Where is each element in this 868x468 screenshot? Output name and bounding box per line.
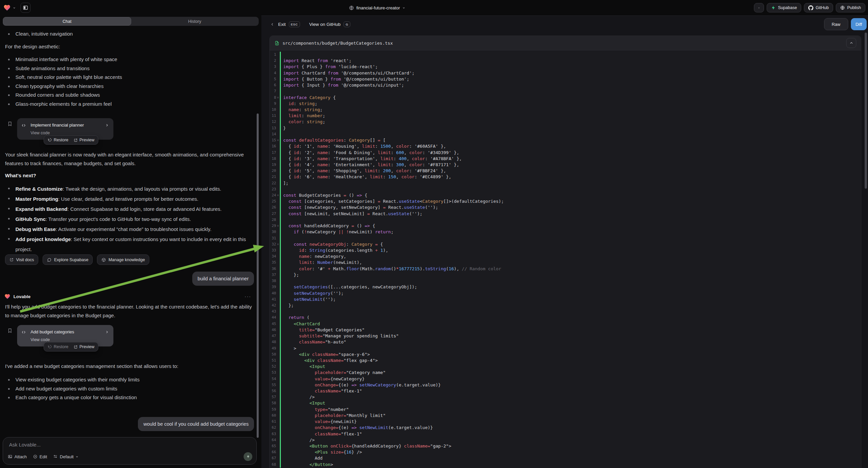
fold-chevron-icon[interactable] [276,125,280,131]
fold-chevron-icon[interactable] [276,168,280,174]
view-code-link[interactable]: View code [31,130,50,135]
fold-chevron-icon[interactable] [276,351,280,357]
visit-docs-button[interactable]: Visit docs [5,255,38,265]
bookmark-icon[interactable] [7,121,12,127]
view-on-github-button[interactable]: View on GitHub G [309,22,350,27]
fold-chevron-icon[interactable] [276,198,280,204]
fold-chevron-icon[interactable] [276,204,280,210]
fold-chevron-icon[interactable] [276,266,280,272]
explore-supabase-button[interactable]: Explore Supabase [42,255,93,265]
fold-chevron-icon[interactable] [276,407,280,413]
edit-button[interactable]: Edit [33,454,47,459]
fold-chevron-icon[interactable] [276,278,280,284]
fold-chevron-icon[interactable] [276,321,280,327]
fold-chevron-icon[interactable]: ∨ [276,95,280,101]
fold-chevron-icon[interactable] [276,76,280,82]
file-header[interactable]: src/components/budget/BudgetCategories.t… [270,36,861,50]
settings-button[interactable] [754,3,764,12]
fold-chevron-icon[interactable] [276,235,280,241]
fold-chevron-icon[interactable] [276,431,280,437]
fold-chevron-icon[interactable] [276,363,280,370]
collapse-file-button[interactable] [846,38,856,48]
fold-chevron-icon[interactable] [276,400,280,406]
fold-chevron-icon[interactable] [276,58,280,64]
fold-chevron-icon[interactable] [276,119,280,125]
github-button[interactable]: GitHub [804,3,833,12]
code-scrollbar[interactable] [865,33,867,189]
preview-button[interactable]: Preview [73,138,94,142]
fold-chevron-icon[interactable] [276,247,280,254]
fold-chevron-icon[interactable] [276,70,280,76]
fold-chevron-icon[interactable] [276,272,280,278]
fold-chevron-icon[interactable] [276,443,280,449]
fold-chevron-icon[interactable] [276,296,280,302]
fold-chevron-icon[interactable] [276,376,280,382]
fold-chevron-icon[interactable] [276,150,280,156]
fold-chevron-icon[interactable] [276,333,280,339]
fold-chevron-icon[interactable] [276,327,280,333]
fold-chevron-icon[interactable] [276,370,280,376]
fold-chevron-icon[interactable] [276,82,280,88]
fold-chevron-icon[interactable] [276,217,280,223]
chat-input[interactable] [8,441,251,448]
manage-knowledge-button[interactable]: Manage knowledge [97,255,149,265]
tab-history[interactable]: History [131,17,259,26]
fold-chevron-icon[interactable] [276,211,280,217]
fold-chevron-icon[interactable]: ∨ [276,223,280,229]
fold-chevron-icon[interactable] [276,131,280,137]
fold-chevron-icon[interactable] [276,455,280,461]
fold-chevron-icon[interactable] [276,419,280,425]
diff-toggle-button[interactable]: Diff [851,18,867,30]
fold-chevron-icon[interactable] [276,254,280,260]
fold-chevron-icon[interactable] [276,425,280,431]
fold-chevron-icon[interactable] [276,309,280,315]
fold-chevron-icon[interactable] [276,143,280,149]
fold-chevron-icon[interactable] [276,357,280,363]
restore-button[interactable]: Restore [48,138,68,142]
bookmark-icon[interactable] [7,328,12,334]
fold-chevron-icon[interactable] [276,437,280,443]
sidebar-toggle-button[interactable] [21,3,31,13]
restore-button[interactable]: Restore [48,345,68,349]
attach-button[interactable]: Attach [8,454,27,459]
fold-chevron-icon[interactable] [276,449,280,455]
fold-chevron-icon[interactable] [276,290,280,296]
fold-chevron-icon[interactable]: ∨ [276,241,280,247]
fold-chevron-icon[interactable] [276,394,280,400]
fold-chevron-icon[interactable] [276,388,280,394]
fold-chevron-icon[interactable] [276,302,280,309]
supabase-button[interactable]: Supabase [767,3,801,12]
fold-chevron-icon[interactable] [276,284,280,290]
fold-chevron-icon[interactable] [276,260,280,266]
fold-chevron-icon[interactable] [276,162,280,168]
fold-chevron-icon[interactable] [276,315,280,321]
fold-chevron-icon[interactable] [276,346,280,351]
workspace-chevron-down-icon[interactable] [13,6,16,9]
fold-chevron-icon[interactable] [276,382,280,388]
chat-scrollbar[interactable] [257,114,259,438]
view-code-link[interactable]: View code [31,338,50,342]
send-button[interactable] [244,452,252,461]
publish-button[interactable]: Publish [836,3,865,12]
raw-toggle-button[interactable]: Raw [824,18,848,30]
tab-chat[interactable]: Chat [3,17,131,26]
more-options-icon[interactable]: ··· [245,294,251,299]
mode-select[interactable]: Default [53,454,79,459]
fold-chevron-icon[interactable] [276,229,280,235]
fold-chevron-icon[interactable] [276,186,280,193]
fold-chevron-icon[interactable] [276,107,280,113]
lovable-logo-heart-icon[interactable] [3,4,11,11]
project-switcher[interactable]: financial-future-creator [349,0,405,16]
fold-chevron-icon[interactable] [276,64,280,70]
fold-chevron-icon[interactable] [276,174,280,180]
fold-chevron-icon[interactable]: ∨ [276,193,280,198]
fold-chevron-icon[interactable] [276,413,280,419]
fold-chevron-icon[interactable] [276,88,280,94]
fold-chevron-icon[interactable] [276,156,280,162]
fold-chevron-icon[interactable] [276,339,280,345]
fold-chevron-icon[interactable] [276,180,280,186]
fold-chevron-icon[interactable] [276,101,280,107]
fold-chevron-icon[interactable] [276,52,280,58]
fold-chevron-icon[interactable] [276,462,280,468]
exit-button[interactable]: Exit ESC [270,22,300,27]
